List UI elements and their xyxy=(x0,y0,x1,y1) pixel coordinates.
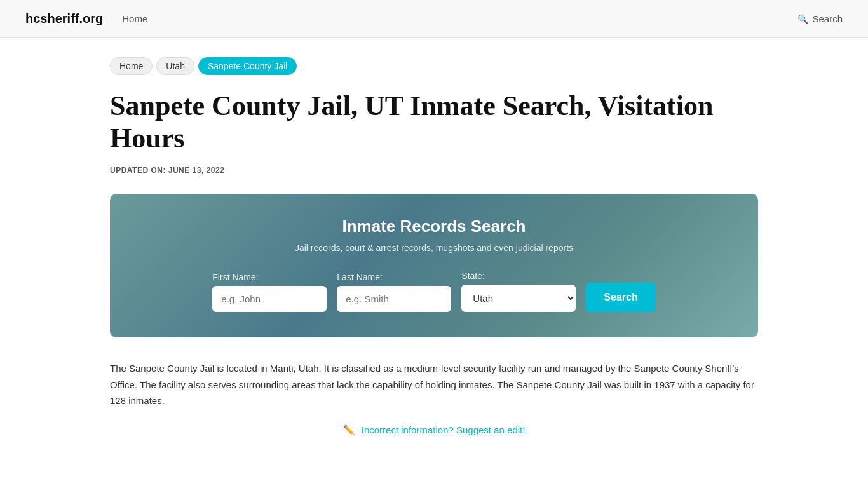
first-name-input[interactable] xyxy=(212,286,327,312)
navbar-search-label[interactable]: Search xyxy=(812,13,843,24)
breadcrumb: Home Utah Sanpete County Jail xyxy=(110,57,758,75)
navbar-search[interactable]: 🔍 Search xyxy=(797,13,843,24)
pencil-icon: ✏️ xyxy=(343,424,355,435)
breadcrumb-home[interactable]: Home xyxy=(110,57,153,75)
site-logo[interactable]: hcsheriff.org xyxy=(25,11,103,26)
description-text: The Sanpete County Jail is located in Ma… xyxy=(110,360,758,409)
suggest-edit-link[interactable]: Incorrect information? Suggest an edit! xyxy=(362,424,526,435)
nav-home-link[interactable]: Home xyxy=(122,13,147,24)
breadcrumb-utah[interactable]: Utah xyxy=(156,57,194,75)
search-box-subtitle: Jail records, court & arrest records, mu… xyxy=(135,243,733,253)
breadcrumb-sanpete[interactable]: Sanpete County Jail xyxy=(198,57,297,75)
first-name-label: First Name: xyxy=(212,272,258,282)
search-icon: 🔍 xyxy=(797,14,808,24)
suggest-edit: ✏️ Incorrect information? Suggest an edi… xyxy=(110,424,758,436)
search-form: First Name: Last Name: State: Utah Alaba… xyxy=(135,271,733,312)
first-name-group: First Name: xyxy=(212,272,327,312)
last-name-group: Last Name: xyxy=(337,272,451,312)
navbar-left: hcsheriff.org Home xyxy=(25,11,147,26)
page-title: Sanpete County Jail, UT Inmate Search, V… xyxy=(110,90,758,154)
navbar: hcsheriff.org Home 🔍 Search xyxy=(0,0,868,38)
main-content: Home Utah Sanpete County Jail Sanpete Co… xyxy=(85,38,783,474)
state-group: State: Utah Alabama Alaska Arizona Arkan… xyxy=(461,271,576,312)
last-name-label: Last Name: xyxy=(337,272,383,282)
search-box: Inmate Records Search Jail records, cour… xyxy=(110,194,758,337)
state-label: State: xyxy=(461,271,485,281)
search-box-title: Inmate Records Search xyxy=(135,217,733,236)
last-name-input[interactable] xyxy=(337,286,451,312)
updated-label: UPDATED ON: JUNE 13, 2022 xyxy=(110,166,758,175)
state-select[interactable]: Utah Alabama Alaska Arizona Arkansas Cal… xyxy=(461,285,576,312)
search-button[interactable]: Search xyxy=(586,283,655,312)
